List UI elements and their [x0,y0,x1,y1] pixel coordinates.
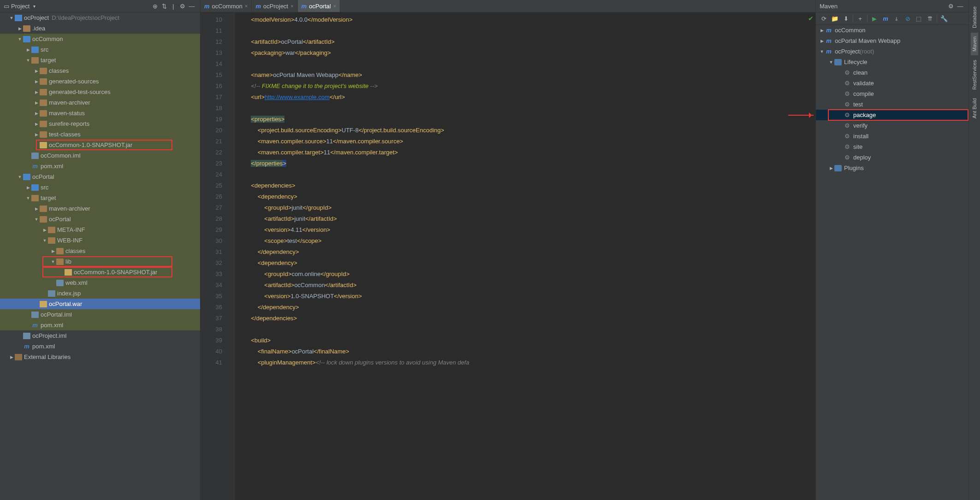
maven-settings-icon[interactable]: ⚙ [946,1,956,11]
expand-arrow-icon[interactable] [41,228,48,232]
toggle-skip-tests-icon[interactable]: ⊘ [903,13,913,24]
maven-tree-row[interactable]: ⚙compile [816,88,968,99]
tree-row[interactable]: ocProjectD:\IdeaProjects\ocProject [0,12,200,23]
hide-icon[interactable]: — [187,1,196,11]
maven-tree-row[interactable]: ⚙site [816,141,968,152]
maven-tree-row[interactable]: ⚙test [816,99,968,110]
expand-arrow-icon[interactable] [17,37,23,41]
tree-row[interactable]: ocPortal.war [0,299,200,309]
expand-all-icon[interactable]: ⇅ [159,1,169,11]
rail-button[interactable]: Database [971,3,978,32]
expand-arrow-icon[interactable] [33,132,40,137]
expand-arrow-icon[interactable] [33,79,40,84]
tree-row[interactable]: target [0,193,200,203]
tree-row[interactable]: WEB-INF [0,235,200,246]
toggle-offline-icon[interactable]: ⫰ [891,13,902,24]
tree-row[interactable]: ocCommon-1.0-SNAPSHOT.jar [0,267,200,277]
expand-arrow-icon[interactable] [819,39,825,43]
maven-tree-row[interactable]: Lifecycle [816,57,968,67]
expand-arrow-icon[interactable] [50,249,56,253]
expand-arrow-icon[interactable] [25,196,31,200]
expand-arrow-icon[interactable] [819,49,825,54]
tree-row[interactable]: generated-sources [0,76,200,87]
tree-row[interactable]: src [0,182,200,193]
collapse-all-icon[interactable]: ⇈ [925,13,935,24]
expand-arrow-icon[interactable] [819,28,825,33]
editor-gutter[interactable]: 1011121314151617181920212223242526272829… [201,12,226,500]
rail-button[interactable]: Maven [971,33,978,55]
expand-arrow-icon[interactable] [25,58,31,63]
tree-row[interactable]: test-classes [0,129,200,140]
rail-button[interactable]: Ant Build [971,94,978,122]
tree-row[interactable]: src [0,44,200,55]
tree-row[interactable]: ocPortal.iml [0,309,200,320]
expand-arrow-icon[interactable] [17,175,23,179]
project-dropdown[interactable]: ▭ Project [4,3,35,10]
tree-row[interactable]: META-INF [0,224,200,235]
tree-row[interactable]: ocPortal [0,214,200,224]
close-tab-icon[interactable]: × [333,3,336,9]
expand-arrow-icon[interactable] [33,206,40,211]
expand-arrow-icon[interactable] [33,90,40,94]
reload-icon[interactable]: ⟳ [819,13,829,24]
tree-row[interactable]: ocProject.iml [0,330,200,341]
tree-row[interactable]: lib [0,256,200,267]
maven-tree-row[interactable]: ⚙package [816,110,968,120]
tree-row[interactable]: web.xml [0,277,200,288]
editor-tab[interactable]: mocCommon× [201,0,252,12]
locate-icon[interactable]: ⊕ [150,1,159,11]
rail-button[interactable]: RestServices [971,56,978,94]
maven-tree-row[interactable]: ⚙install [816,131,968,141]
settings-icon[interactable]: ⚙ [178,1,187,11]
maven-tree-row[interactable]: ⚙validate [816,78,968,88]
execute-goal-icon[interactable]: m [880,13,891,24]
expand-arrow-icon[interactable] [828,60,834,65]
tree-row[interactable]: mpom.xml [0,161,200,171]
show-deps-icon[interactable]: ⬚ [914,13,924,24]
tree-row[interactable]: generated-test-sources [0,87,200,97]
tree-row[interactable]: maven-status [0,108,200,118]
maven-hide-icon[interactable]: — [956,1,965,11]
close-tab-icon[interactable]: × [290,3,293,9]
editor-code[interactable]: <modelVersion>4.0.0</modelVersion> <arti… [235,12,815,500]
close-tab-icon[interactable]: × [245,3,248,9]
project-tree[interactable]: ocProjectD:\IdeaProjects\ocProject.ideao… [0,12,200,500]
maven-tree[interactable]: mocCommonmocPortal Maven WebappmocProjec… [816,25,968,500]
expand-arrow-icon[interactable] [8,355,15,359]
maven-tree-row[interactable]: mocPortal Maven Webapp [816,35,968,46]
maven-tree-row[interactable]: mocCommon [816,25,968,35]
tree-row[interactable]: .idea [0,23,200,34]
expand-arrow-icon[interactable] [41,238,48,243]
tree-row[interactable]: maven-archiver [0,203,200,214]
expand-arrow-icon[interactable] [25,185,31,190]
expand-arrow-icon[interactable] [33,100,40,105]
maven-tree-row[interactable]: Plugins [816,163,968,173]
editor-tab[interactable]: mocPortal× [298,0,341,12]
expand-arrow-icon[interactable] [33,217,40,222]
editor-fold-gutter[interactable] [226,12,235,500]
editor-tab[interactable]: mocProject× [252,0,297,12]
expand-arrow-icon[interactable] [50,259,56,264]
expand-arrow-icon[interactable] [33,111,40,116]
run-icon[interactable]: ▶ [869,13,880,24]
maven-tree-row[interactable]: ⚙verify [816,120,968,131]
tree-row[interactable]: External Libraries [0,352,200,362]
expand-arrow-icon[interactable] [33,69,40,73]
maven-tree-row[interactable]: ⚙clean [816,67,968,78]
tree-row[interactable]: mpom.xml [0,320,200,330]
expand-arrow-icon[interactable] [828,166,834,171]
tree-row[interactable]: index.jsp [0,288,200,299]
expand-arrow-icon[interactable] [33,122,40,126]
tree-row[interactable]: ocCommon [0,34,200,44]
maven-tree-row[interactable]: ⚙deploy [816,152,968,163]
tree-row[interactable]: target [0,55,200,65]
tree-row[interactable]: mpom.xml [0,341,200,352]
expand-arrow-icon[interactable] [17,26,23,31]
tree-row[interactable]: ocCommon-1.0-SNAPSHOT.jar [0,140,200,150]
expand-arrow-icon[interactable] [25,47,31,52]
generate-sources-icon[interactable]: 📁 [830,13,840,24]
tree-row[interactable]: surefire-reports [0,118,200,129]
download-icon[interactable]: ⬇ [841,13,851,24]
tree-row[interactable]: maven-archiver [0,97,200,108]
expand-arrow-icon[interactable] [8,16,15,20]
